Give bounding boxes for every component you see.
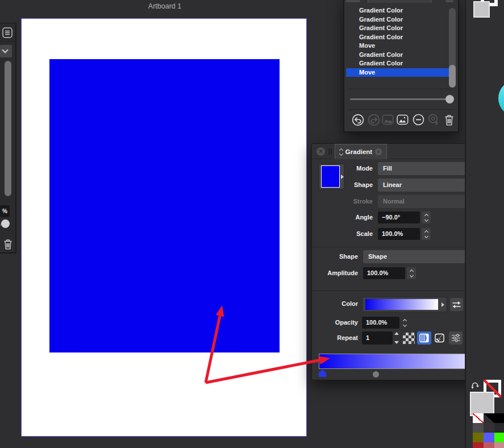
fill-options-button[interactable] xyxy=(449,331,463,345)
scale-stepper[interactable] xyxy=(422,228,431,240)
repeat-stepper[interactable] xyxy=(394,332,399,344)
palette-swatch[interactable] xyxy=(484,442,494,448)
tab-title: Gradient xyxy=(345,148,372,155)
tab-collapse-icon xyxy=(340,149,343,155)
mode-label: Mode xyxy=(356,165,373,172)
panel-menu-icon[interactable] xyxy=(2,27,13,38)
swap-fill-stroke-icon[interactable] xyxy=(471,381,481,389)
panel-grip[interactable] xyxy=(331,148,332,155)
gradient-midpoint-handle[interactable] xyxy=(373,371,379,378)
history-item-label: Gradient Color xyxy=(359,51,403,58)
stroke-label: Stroke xyxy=(353,198,373,205)
history-position-slider[interactable] xyxy=(350,98,453,100)
palette-swatch[interactable] xyxy=(473,413,484,423)
trash-icon[interactable] xyxy=(2,238,13,251)
fill-preview-color xyxy=(321,165,340,188)
mode-value: Fill xyxy=(383,162,392,175)
panel-close-icon[interactable]: × xyxy=(316,147,325,156)
history-scrollbar[interactable] xyxy=(449,8,456,88)
slider-knob[interactable] xyxy=(1,219,10,228)
history-item-label: Gradient Color xyxy=(359,7,403,14)
palette-swatch[interactable] xyxy=(473,442,484,448)
palette-swatch[interactable] xyxy=(494,413,504,423)
artboard-label: Artboard 1 xyxy=(80,2,250,10)
redo-icon[interactable] xyxy=(368,114,380,126)
history-item[interactable]: Move xyxy=(346,68,451,77)
palette-swatch[interactable] xyxy=(494,433,504,442)
angle-value: −90.0° xyxy=(382,211,400,223)
palette-swatch[interactable] xyxy=(473,433,484,442)
swatch-expand-icon[interactable] xyxy=(341,175,344,179)
history-panel: Gradient Color Gradient Color Gradient C… xyxy=(343,0,459,132)
history-item-label: Gradient Color xyxy=(359,34,403,40)
bitmap-fill-mode-button[interactable] xyxy=(432,331,447,345)
history-item-label: Move xyxy=(359,69,375,76)
panel-grip[interactable] xyxy=(328,148,330,155)
gradient-expand-icon[interactable] xyxy=(441,302,444,307)
panel-tab-sliver[interactable] xyxy=(345,0,360,2)
app-window: Artboard 1 % Gradient Color xyxy=(0,0,504,448)
opacity-percent-field[interactable]: % xyxy=(0,205,10,217)
fill-color-swatch-top[interactable] xyxy=(473,1,490,18)
amplitude-label: Amplitude xyxy=(327,269,358,276)
gradient-color-strip[interactable] xyxy=(362,297,447,312)
palette-swatch[interactable] xyxy=(484,413,494,423)
angle-input[interactable]: −90.0° xyxy=(378,211,420,223)
history-item[interactable]: Move xyxy=(346,42,451,51)
fill-color-swatch[interactable] xyxy=(470,392,494,416)
canvas-shape-blue-rectangle[interactable] xyxy=(49,59,280,352)
color-label: Color xyxy=(341,300,358,307)
amplitude-value: 100.0% xyxy=(367,267,388,279)
angle-stepper[interactable] xyxy=(422,211,431,223)
snapshot-unavailable-icon[interactable] xyxy=(382,114,394,126)
scale-input[interactable]: 100.0% xyxy=(378,228,420,240)
delete-history-icon[interactable] xyxy=(444,114,454,126)
divider xyxy=(349,89,456,89)
artboard xyxy=(22,19,306,436)
opacity-stepper[interactable] xyxy=(401,317,409,329)
remove-step-icon[interactable] xyxy=(413,114,424,126)
tab-close-icon[interactable]: × xyxy=(375,148,382,155)
history-scrollbar-thumb[interactable] xyxy=(449,65,456,88)
history-item[interactable]: Gradient Color xyxy=(346,24,451,33)
opacity-input[interactable]: 100.0% xyxy=(362,317,399,329)
palette-swatch[interactable] xyxy=(494,423,504,433)
snapshot-icon[interactable] xyxy=(397,114,409,126)
repeat-label: Repeat xyxy=(337,334,358,341)
history-item[interactable]: Gradient Color xyxy=(346,51,451,60)
history-item-label: Gradient Color xyxy=(359,60,403,67)
history-item[interactable]: Gradient Color xyxy=(346,6,451,15)
left-panel-edge: % xyxy=(0,23,16,254)
zoom-reset-icon[interactable] xyxy=(428,114,440,126)
history-item[interactable]: Gradient Color xyxy=(346,33,451,42)
chevron-down-icon xyxy=(2,47,8,53)
palette-swatch[interactable] xyxy=(473,423,484,433)
gradient-fill-mode-button[interactable] xyxy=(417,331,431,345)
undo-icon[interactable] xyxy=(352,114,364,126)
amplitude-stepper[interactable] xyxy=(407,267,416,279)
opacity-value: 100.0% xyxy=(366,317,387,329)
history-tab-sliver[interactable] xyxy=(368,0,431,3)
shape-label: Shape xyxy=(354,181,373,188)
history-item-label: Gradient Color xyxy=(359,24,403,31)
fill-preview-swatch[interactable] xyxy=(319,164,344,189)
reverse-gradient-button[interactable] xyxy=(450,298,463,311)
history-slider-knob[interactable] xyxy=(445,95,454,103)
stroke-value: Normal xyxy=(383,195,405,208)
opacity-label: Opacity xyxy=(335,319,358,326)
palette-swatch[interactable] xyxy=(484,433,494,442)
repeat-input[interactable]: 1 xyxy=(362,331,393,345)
history-list: Gradient Color Gradient Color Gradient C… xyxy=(346,6,451,77)
history-item[interactable]: Gradient Color xyxy=(346,15,451,24)
color-palette xyxy=(473,413,504,448)
scrollbar-thumb[interactable] xyxy=(5,61,11,196)
palette-swatch[interactable] xyxy=(494,442,504,448)
tab-gradient[interactable]: Gradient × xyxy=(335,144,387,159)
transparency-checker-icon[interactable] xyxy=(403,333,415,344)
panel-menu-sliver[interactable] xyxy=(445,0,453,2)
amplitude-input[interactable]: 100.0% xyxy=(363,267,405,279)
palette-swatch[interactable] xyxy=(484,423,494,433)
history-item[interactable]: Gradient Color xyxy=(346,59,451,68)
gradient-stop-start[interactable] xyxy=(319,370,326,377)
collapse-chevron-button[interactable] xyxy=(0,45,12,57)
